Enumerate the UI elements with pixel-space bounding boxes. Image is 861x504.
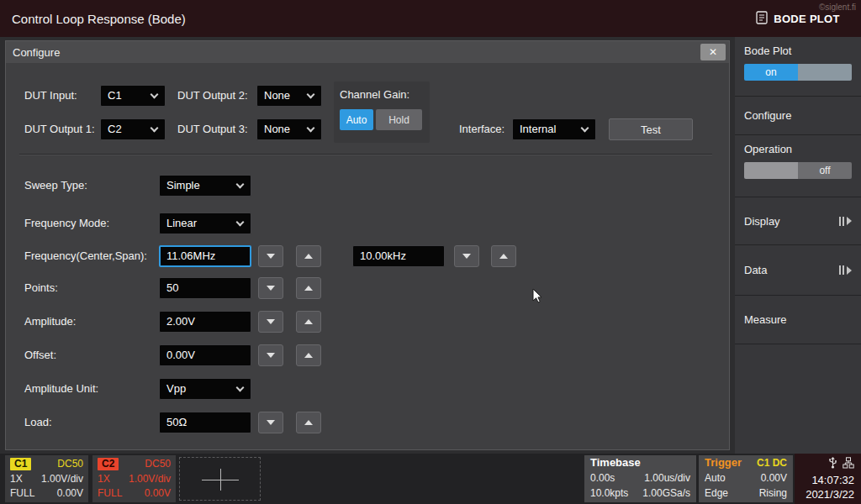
offset-label: Offset:	[24, 344, 56, 366]
interface-value: Internal	[520, 123, 556, 135]
display-label: Display	[744, 215, 780, 228]
dut-input-value: C1	[108, 89, 122, 102]
amplitude-decrement-button[interactable]	[258, 311, 283, 333]
channel1-scale: 1.00V/div	[41, 473, 83, 486]
clock-date: 2021/3/22	[806, 488, 854, 501]
frequency-center-decrement-button[interactable]	[258, 245, 283, 267]
dut-row-2: DUT Output 1: C2 DUT Output 3: None Inte…	[6, 118, 729, 140]
load-decrement-button[interactable]	[258, 412, 283, 433]
chevron-down-icon	[307, 124, 315, 133]
interface-dropdown[interactable]: Internal	[512, 118, 596, 140]
amplitude-increment-button[interactable]	[296, 311, 321, 333]
timebase-rate: 1.00GSa/s	[642, 487, 690, 499]
crosshair-icon	[220, 469, 221, 491]
waveform-preview-box[interactable]	[179, 457, 261, 501]
arrow-up-icon	[304, 420, 313, 425]
configure-dialog: Configure ✕ DUT Input: C1 DUT Output 2: …	[5, 40, 730, 450]
offset-increment-button[interactable]	[296, 344, 321, 366]
frequency-label: Frequency(Center,Span):	[24, 245, 147, 267]
dut-output1-dropdown[interactable]: C2	[100, 118, 166, 140]
load-increment-button[interactable]	[296, 412, 321, 433]
channel1-bandwidth: FULL	[10, 487, 34, 500]
sidebar-item-operation[interactable]: Operation off	[735, 135, 861, 197]
points-label: Points:	[24, 277, 58, 299]
bode-plot-toggle[interactable]: on	[744, 64, 852, 81]
bode-plot-toggle-track[interactable]	[798, 64, 852, 81]
sidebar-title: BODE PLOT	[774, 13, 840, 25]
sidebar-item-measure[interactable]: Measure	[735, 296, 861, 344]
frequency-span-decrement-button[interactable]	[454, 245, 479, 267]
frequency-mode-label: Frequency Mode:	[24, 213, 109, 234]
operation-label: Operation	[744, 143, 852, 155]
offset-decrement-button[interactable]	[258, 344, 283, 366]
arrow-up-icon	[304, 319, 313, 324]
sweep-type-dropdown[interactable]: Simple	[159, 175, 251, 197]
trigger-title: Trigger	[705, 457, 742, 469]
trigger-slope: Rising	[759, 487, 787, 499]
arrow-up-icon	[304, 286, 313, 291]
amplitude-field[interactable]: 2.00V	[159, 311, 251, 333]
load-row: Load: 50Ω	[6, 412, 729, 433]
sidebar-item-bode-plot[interactable]: Bode Plot on	[735, 37, 861, 97]
section-divider	[19, 154, 712, 155]
amplitude-unit-row: Amplitude Unit: Vpp	[6, 378, 729, 400]
network-icon	[843, 457, 854, 471]
sidebar-item-display[interactable]: Display	[735, 197, 861, 245]
points-field[interactable]: 50	[159, 277, 251, 299]
frequency-mode-row: Frequency Mode: Linear	[6, 213, 729, 234]
frequency-span-increment-button[interactable]	[491, 245, 516, 267]
offset-field[interactable]: 0.00V	[159, 344, 251, 366]
channel2-probe: 1X	[98, 473, 110, 486]
dut-output2-dropdown[interactable]: None	[256, 85, 322, 107]
amplitude-unit-dropdown[interactable]: Vpp	[159, 378, 251, 400]
chevron-down-icon	[236, 218, 245, 227]
channel2-badge: C2	[98, 458, 119, 470]
operation-off-state[interactable]: off	[798, 162, 852, 179]
arrow-up-icon	[499, 254, 508, 259]
clock-block[interactable]: 14:07:32 2021/3/22	[795, 454, 861, 504]
channel1-info-block[interactable]: C1 DC50 1X 1.00V/div FULL 0.00V	[5, 455, 88, 502]
arrow-down-icon	[267, 420, 275, 425]
channel2-bandwidth: FULL	[98, 487, 122, 500]
bode-plot-on-state[interactable]: on	[744, 64, 798, 81]
operation-toggle-track[interactable]	[744, 162, 798, 179]
chevron-down-icon	[151, 91, 159, 99]
close-button[interactable]: ✕	[700, 44, 726, 60]
arrow-up-icon	[304, 353, 313, 358]
arrow-down-icon	[267, 353, 275, 358]
channel1-badge: C1	[10, 458, 31, 470]
trigger-type: Edge	[705, 487, 728, 499]
trigger-level: 0.00V	[761, 472, 787, 484]
timebase-block[interactable]: Timebase 0.00s 1.00us/div 10.0kpts 1.00G…	[584, 455, 696, 502]
interface-label: Interface:	[459, 118, 504, 140]
channel2-coupling: DC50	[145, 458, 171, 470]
frequency-span-field[interactable]: 10.00kHz	[352, 245, 445, 267]
page-title: Control Loop Response (Bode)	[12, 12, 186, 26]
frequency-center-increment-button[interactable]	[296, 245, 321, 267]
points-row: Points: 50	[6, 277, 729, 299]
trigger-block[interactable]: Trigger C1 DC Auto 0.00V Edge Rising	[699, 455, 793, 502]
frequency-mode-dropdown[interactable]: Linear	[159, 213, 251, 234]
frequency-center-field[interactable]: 11.06MHz	[159, 245, 251, 267]
dut-output3-label: DUT Output 3:	[177, 118, 248, 140]
load-field[interactable]: 50Ω	[159, 412, 251, 433]
frequency-mode-value: Linear	[166, 217, 197, 229]
dut-input-dropdown[interactable]: C1	[100, 85, 166, 107]
arrow-down-icon	[267, 254, 275, 259]
test-button[interactable]: Test	[609, 118, 693, 140]
points-decrement-button[interactable]	[258, 277, 283, 299]
amplitude-unit-value: Vpp	[166, 382, 186, 395]
dialog-header: Configure ✕	[6, 41, 729, 63]
points-increment-button[interactable]	[296, 277, 321, 299]
sidebar-item-data[interactable]: Data	[735, 245, 861, 296]
timebase-title: Timebase	[590, 457, 641, 469]
channel1-offset: 0.00V	[57, 487, 83, 500]
dut-output3-dropdown[interactable]: None	[256, 118, 322, 140]
measure-label: Measure	[744, 313, 787, 326]
chevron-down-icon	[236, 384, 245, 392]
operation-toggle[interactable]: off	[744, 162, 852, 179]
sidebar-item-configure[interactable]: Configure	[735, 97, 861, 135]
channel2-scale: 1.00V/div	[129, 473, 171, 486]
timebase-scale: 1.00us/div	[644, 472, 690, 484]
channel2-info-block[interactable]: C2 DC50 1X 1.00V/div FULL 0.00V	[92, 455, 176, 502]
